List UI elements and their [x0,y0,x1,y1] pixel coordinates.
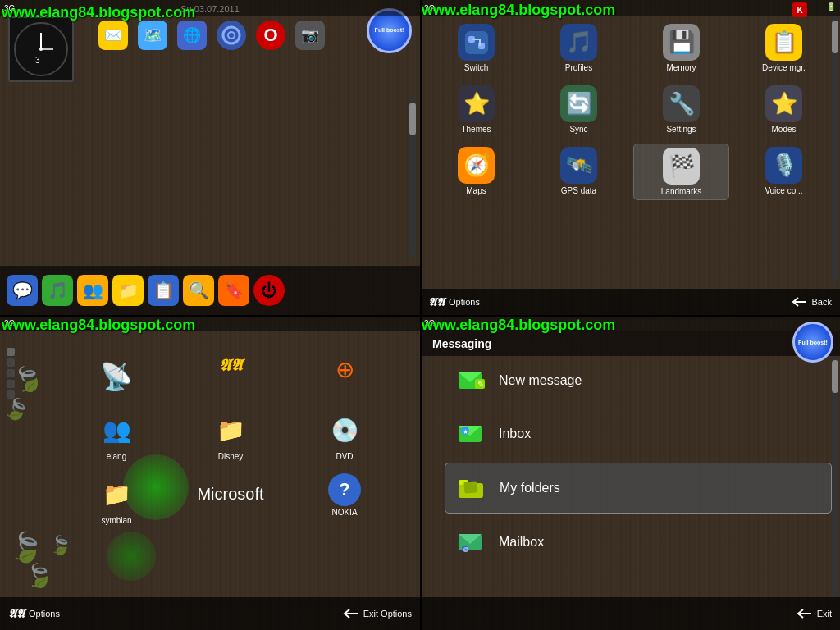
icon-voice-co[interactable]: 🎙️ Voice co... [736,144,832,200]
q4-fullboost-button[interactable]: Full boost! [792,322,833,363]
icon-modes-label: Modes [771,125,796,134]
q4-menu: ✎ New message ★ Inbox [445,356,832,597]
bottom-icon-bookmark[interactable]: 🔖 [218,275,249,306]
q3-icon-ubuntu[interactable]: ⊕ [294,348,395,397]
icon-memory-label: Memory [666,63,696,72]
bottom-icon-chat[interactable]: 💬 [7,275,38,306]
bottom-icon-power[interactable]: ⏻ [253,275,285,306]
q3-nokia-label: NOKIA [331,508,357,517]
bottom-icon-search[interactable]: 🔍 [183,275,214,306]
menu-item-new-message[interactable]: ✎ New message [445,356,832,405]
q2-options-button[interactable]: 𝕬𝕬 Options [428,295,480,309]
svg-text:3: 3 [35,56,40,65]
icon-globe[interactable]: 🌐 [177,21,207,50]
svg-text:✎: ✎ [477,380,484,389]
icon-opera[interactable]: O [256,21,285,50]
svg-text:★: ★ [463,428,468,436]
mailbox-label: Mailbox [499,535,544,550]
q3-icon-wifi[interactable]: 📡 [66,348,167,397]
q3-elang-label: elang [107,452,126,461]
q3-icon-symbian[interactable]: 📁 symbian [66,473,167,525]
icon-profiles[interactable]: 🎵 Profiles [531,21,627,75]
svg-rect-20 [463,481,477,493]
quadrant-top-left: 3G www.elang84.blogspot.com Su 03.07.201… [0,0,420,315]
q2-icon-grid: Switch 🎵 Profiles 💾 Memory 📋 Device mgr.… [428,21,832,200]
quadrant-bottom-left: 3G www.elang84.blogspot.com 🍃 🍃 🍃 🍃 🍃 📡 … [0,315,420,630]
q2-scroll-thumb [832,21,838,53]
quadrant-top-right: 3G K 🔋 www.elang84.blogspot.com Switch 🎵… [420,0,840,315]
q3-left-indicators [4,340,16,589]
q2-bottom-bar: 𝕬𝕬 Options Back [420,289,840,315]
bottom-icon-people[interactable]: 👥 [77,275,108,306]
scroll-thumb [409,103,416,135]
clock-widget[interactable]: 3 [8,16,74,82]
bottom-icon-music[interactable]: 🎵 [42,275,73,306]
q3-symbian-label: symbian [101,516,131,525]
icon-gps-data[interactable]: 🛰️ GPS data [531,144,627,200]
q1-top-icons: ✉️ 🗺️ 🌐 O 📷 [98,21,325,50]
icon-switch[interactable]: Switch [428,21,524,75]
q3-icon-nokia[interactable]: ? NOKIA [294,473,395,525]
menu-item-inbox[interactable]: ★ Inbox [445,409,832,459]
svg-point-6 [228,32,235,39]
icon-modes[interactable]: ⭐ Modes [736,82,832,137]
icon-device-mgr-label: Device mgr. [762,63,806,72]
q4-watermark: www.elang84.blogspot.com [422,317,615,334]
bottom-icon-list[interactable]: 📋 [148,275,179,306]
icon-device-mgr[interactable]: 📋 Device mgr. [736,21,832,75]
icon-gps-data-label: GPS data [561,186,596,195]
icon-settings-label: Settings [666,125,696,134]
q4-exit-button[interactable]: Exit [797,608,832,619]
q3-icon-microsoft[interactable]: Microsoft [180,473,281,525]
inbox-icon: ★ [457,419,486,449]
q4-title-bar: Messaging [420,331,840,356]
q4-title: Messaging [432,337,491,350]
svg-text:@: @ [463,546,469,552]
q3-icon-disney[interactable]: 📁 Disney [180,409,281,461]
icon-settings[interactable]: 🔧 Settings [633,82,729,137]
icon-switch-label: Switch [464,63,488,72]
q2-watermark: www.elang84.blogspot.com [422,2,615,19]
q4-scroll-indicator[interactable] [832,356,838,597]
menu-item-mailbox[interactable]: @ Mailbox [445,518,832,567]
new-message-icon: ✎ [457,366,486,395]
icon-ring[interactable] [217,21,246,50]
my-folders-icon [458,473,487,503]
q4-bottom-bar: Exit [420,597,840,630]
q1-bottom-bar: 💬 🎵 👥 📁 📋 🔍 🔖 ⏻ [0,266,420,315]
icon-memory[interactable]: 💾 Memory [633,21,729,75]
vertical-divider [420,0,422,630]
q3-disney-label: Disney [218,452,244,461]
icon-themes[interactable]: ⭐ Themes [428,82,524,137]
bottom-icon-folder[interactable]: 📁 [112,275,144,306]
my-folders-label: My folders [500,481,560,495]
q4-scroll-thumb [832,360,838,393]
mailbox-icon: @ [457,527,486,557]
q1-watermark: www.elang84.blogspot.com [2,4,195,21]
menu-item-my-folders[interactable]: My folders [445,463,832,514]
q3-icon-dvd[interactable]: 💿 DVD [294,409,395,461]
q3-icon-elang[interactable]: 👥 elang [66,409,167,461]
icon-landmarks[interactable]: 🏁 Landmarks [633,144,729,200]
icon-landmarks-label: Landmarks [661,187,701,196]
icon-profiles-label: Profiles [565,63,592,72]
q3-options-button[interactable]: 𝕬𝕬 Options [8,607,60,621]
q3-icon-grid: 📡 𝕬𝕬 ⊕ 👥 elang 📁 Disney 💿 DVD 📁 symbi [57,340,404,589]
q3-exit-options-button[interactable]: Exit Options [343,608,412,619]
icon-envelope[interactable]: ✉️ [98,21,128,50]
q2-scroll-indicator[interactable] [832,16,838,282]
icon-sync[interactable]: 🔄 Sync [531,82,627,137]
icon-voice-co-label: Voice co... [765,186,802,195]
icon-sync-label: Sync [569,125,587,134]
icon-maps[interactable]: 🧭 Maps [428,144,524,200]
q3-watermark: www.elang84.blogspot.com [2,317,195,334]
scroll-indicator[interactable] [409,98,416,258]
icon-maps[interactable]: 🗺️ [138,21,167,50]
q2-back-button[interactable]: Back [792,296,832,308]
quadrant-bottom-right: 3G www.elang84.blogspot.com Full boost! … [420,315,840,630]
icon-camera[interactable]: 📷 [295,21,325,50]
q3-bottom-bar: 𝕬𝕬 Options Exit Options [0,597,420,630]
new-message-label: New message [499,373,582,388]
q3-icon-kappa[interactable]: 𝕬𝕬 [180,348,281,397]
svg-rect-7 [465,31,488,54]
